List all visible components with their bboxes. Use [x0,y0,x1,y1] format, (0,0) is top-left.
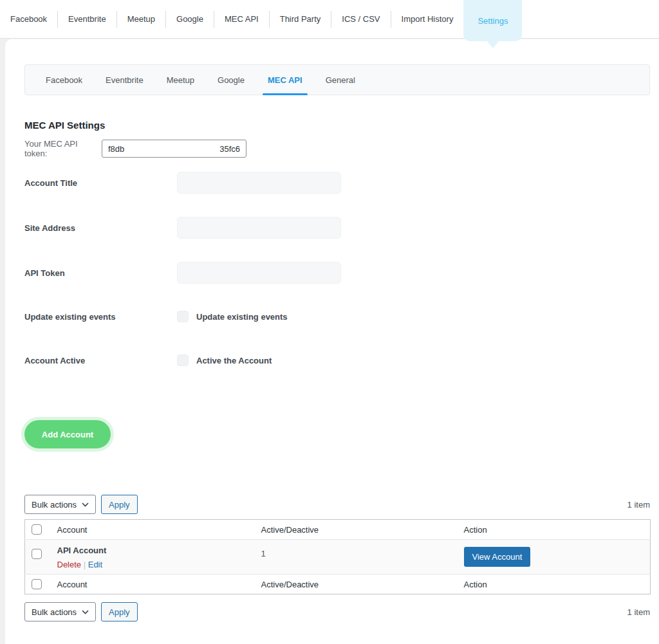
active-deactive-value: 1 [261,549,266,558]
bulk-actions-select-bottom[interactable]: Bulk actions [24,602,96,621]
token-value-start: f8db [108,144,124,154]
update-existing-events-label: Update existing events [24,312,177,322]
update-existing-events-checkbox[interactable] [177,311,189,322]
tab-settings[interactable]: Settings [463,0,522,41]
tab-google[interactable]: Google [166,14,214,24]
item-count-bottom: 1 item [627,607,650,617]
api-token-label: Your MEC API token: [24,139,102,158]
tab-facebook[interactable]: Facebook [10,14,57,24]
site-address-label: Site Address [24,223,177,233]
tab-third-party[interactable]: Third Party [270,14,331,24]
footer-column-account: Account [51,575,255,594]
list-toolbar-top: Bulk actions Apply 1 item [24,495,650,514]
row-select-checkbox[interactable] [32,549,42,559]
apply-button[interactable]: Apply [101,495,138,514]
update-existing-events-row: Update existing events Update existing e… [24,311,650,322]
footer-column-active-deactive: Active/Deactive [255,575,458,594]
chevron-down-icon [82,610,89,614]
account-active-checkbox[interactable] [177,354,189,366]
select-all-checkbox[interactable] [32,524,42,535]
chevron-down-icon [82,502,89,507]
apply-button-bottom[interactable]: Apply [101,602,138,621]
row-actions: Delete | Edit [57,560,248,569]
tab-eventbrite[interactable]: Eventbrite [58,14,116,24]
list-toolbar-bottom: Bulk actions Apply 1 item [24,602,650,621]
accounts-table: Account Active/Deactive Action API Accou… [24,519,651,594]
settings-sub-tab-bar: Facebook Eventbrite Meetup Google MEC AP… [24,64,650,95]
table-footer-row: Account Active/Deactive Action [25,575,651,594]
link-separator: | [84,560,86,569]
footer-column-action: Action [458,575,651,594]
mec-api-token-input[interactable]: f8db 35fc6 [102,140,246,158]
account-title-input[interactable] [177,172,341,194]
account-active-row: Account Active Active the Account [24,354,650,366]
account-title-row: Account Title [24,172,650,194]
bulk-actions-label: Bulk actions [32,500,77,510]
edit-link[interactable]: Edit [88,560,102,569]
update-existing-events-checkbox-label: Update existing events [196,312,288,322]
delete-link[interactable]: Delete [57,560,82,569]
import-tab-bar: Facebook Eventbrite Meetup Google MEC AP… [0,0,659,39]
subtab-mec-api[interactable]: MEC API [256,65,314,95]
select-all-checkbox-bottom[interactable] [32,579,42,589]
subtab-meetup[interactable]: Meetup [155,65,206,95]
view-account-button[interactable]: View Account [464,547,531,567]
column-header-action: Action [458,520,651,540]
subtab-eventbrite[interactable]: Eventbrite [94,65,155,95]
bulk-actions-label-bottom: Bulk actions [32,607,77,617]
item-count: 1 item [627,500,650,510]
api-token-field-label: API Token [24,268,177,278]
column-header-account: Account [51,520,255,540]
tab-meetup[interactable]: Meetup [117,14,165,24]
tab-mec-api[interactable]: MEC API [214,14,269,24]
subtab-general[interactable]: General [314,65,367,95]
tab-ics-csv[interactable]: ICS / CSV [331,14,390,24]
table-row: API Account Delete | Edit 1 View Account [25,540,651,575]
account-active-checkbox-label: Active the Account [196,356,272,365]
account-title-label: Account Title [24,178,177,188]
add-account-button[interactable]: Add Account [24,420,111,448]
account-name: API Account [57,544,248,555]
site-address-input[interactable] [177,217,341,239]
settings-panel: Facebook Eventbrite Meetup Google MEC AP… [5,39,659,644]
mec-api-settings-section: MEC API Settings Your MEC API token: f8d… [24,115,650,621]
subtab-google[interactable]: Google [206,65,256,95]
site-address-row: Site Address [24,217,650,239]
subtab-facebook[interactable]: Facebook [34,65,94,95]
page-title: MEC API Settings [24,120,650,131]
api-token-field-row: API Token [24,262,650,284]
table-header-row: Account Active/Deactive Action [25,520,651,540]
token-value-end: 35fc6 [219,144,240,154]
api-token-row: Your MEC API token: f8db 35fc6 [24,140,650,158]
tab-import-history[interactable]: Import History [391,14,464,24]
bulk-actions-select[interactable]: Bulk actions [24,495,96,514]
column-header-active-deactive: Active/Deactive [255,520,458,540]
account-active-label: Account Active [24,356,177,365]
api-token-input[interactable] [177,262,341,284]
